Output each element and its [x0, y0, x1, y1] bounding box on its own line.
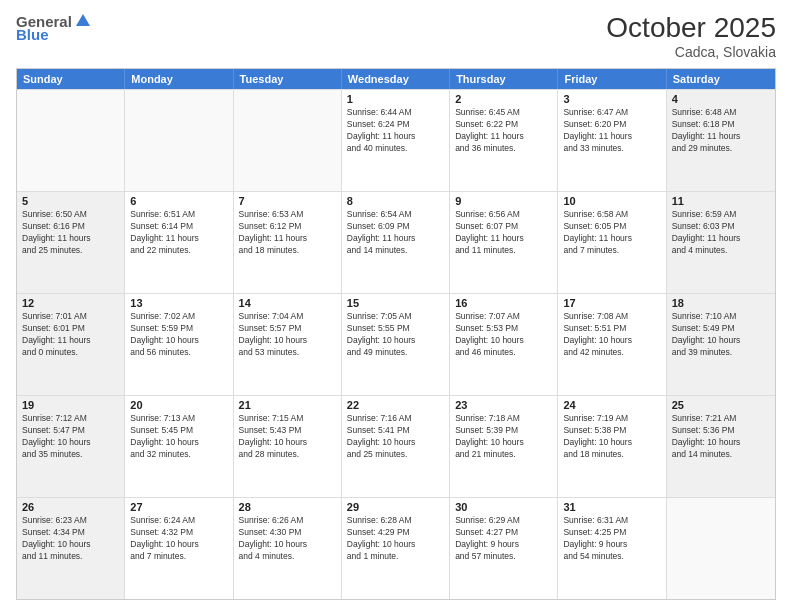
cal-cell-empty-0-0 [17, 90, 125, 191]
cal-row-0: 1Sunrise: 6:44 AM Sunset: 6:24 PM Daylig… [17, 89, 775, 191]
cell-text: Sunrise: 7:01 AM Sunset: 6:01 PM Dayligh… [22, 311, 119, 359]
day-number: 24 [563, 399, 660, 411]
header-day-tuesday: Tuesday [234, 69, 342, 89]
cell-text: Sunrise: 7:04 AM Sunset: 5:57 PM Dayligh… [239, 311, 336, 359]
cal-row-4: 26Sunrise: 6:23 AM Sunset: 4:34 PM Dayli… [17, 497, 775, 599]
cell-text: Sunrise: 7:07 AM Sunset: 5:53 PM Dayligh… [455, 311, 552, 359]
cal-cell-28: 28Sunrise: 6:26 AM Sunset: 4:30 PM Dayli… [234, 498, 342, 599]
calendar-body: 1Sunrise: 6:44 AM Sunset: 6:24 PM Daylig… [17, 89, 775, 599]
cal-cell-23: 23Sunrise: 7:18 AM Sunset: 5:39 PM Dayli… [450, 396, 558, 497]
cell-text: Sunrise: 7:10 AM Sunset: 5:49 PM Dayligh… [672, 311, 770, 359]
header-day-thursday: Thursday [450, 69, 558, 89]
day-number: 11 [672, 195, 770, 207]
cal-cell-empty-0-1 [125, 90, 233, 191]
header-day-friday: Friday [558, 69, 666, 89]
cell-text: Sunrise: 6:48 AM Sunset: 6:18 PM Dayligh… [672, 107, 770, 155]
cal-cell-6: 6Sunrise: 6:51 AM Sunset: 6:14 PM Daylig… [125, 192, 233, 293]
day-number: 6 [130, 195, 227, 207]
day-number: 22 [347, 399, 444, 411]
logo-blue: Blue [16, 26, 49, 43]
cell-text: Sunrise: 6:59 AM Sunset: 6:03 PM Dayligh… [672, 209, 770, 257]
cal-cell-17: 17Sunrise: 7:08 AM Sunset: 5:51 PM Dayli… [558, 294, 666, 395]
cell-text: Sunrise: 6:44 AM Sunset: 6:24 PM Dayligh… [347, 107, 444, 155]
cal-cell-8: 8Sunrise: 6:54 AM Sunset: 6:09 PM Daylig… [342, 192, 450, 293]
header: General Blue October 2025 Cadca, Slovaki… [16, 12, 776, 60]
cal-cell-31: 31Sunrise: 6:31 AM Sunset: 4:25 PM Dayli… [558, 498, 666, 599]
cal-cell-25: 25Sunrise: 7:21 AM Sunset: 5:36 PM Dayli… [667, 396, 775, 497]
cell-text: Sunrise: 6:56 AM Sunset: 6:07 PM Dayligh… [455, 209, 552, 257]
day-number: 28 [239, 501, 336, 513]
day-number: 8 [347, 195, 444, 207]
day-number: 29 [347, 501, 444, 513]
day-number: 23 [455, 399, 552, 411]
cell-text: Sunrise: 6:53 AM Sunset: 6:12 PM Dayligh… [239, 209, 336, 257]
cal-cell-11: 11Sunrise: 6:59 AM Sunset: 6:03 PM Dayli… [667, 192, 775, 293]
cell-text: Sunrise: 6:26 AM Sunset: 4:30 PM Dayligh… [239, 515, 336, 563]
cal-cell-2: 2Sunrise: 6:45 AM Sunset: 6:22 PM Daylig… [450, 90, 558, 191]
cell-text: Sunrise: 6:47 AM Sunset: 6:20 PM Dayligh… [563, 107, 660, 155]
day-number: 31 [563, 501, 660, 513]
cell-text: Sunrise: 7:18 AM Sunset: 5:39 PM Dayligh… [455, 413, 552, 461]
cell-text: Sunrise: 7:13 AM Sunset: 5:45 PM Dayligh… [130, 413, 227, 461]
location: Cadca, Slovakia [606, 44, 776, 60]
cal-cell-10: 10Sunrise: 6:58 AM Sunset: 6:05 PM Dayli… [558, 192, 666, 293]
month-title: October 2025 [606, 12, 776, 44]
cell-text: Sunrise: 6:50 AM Sunset: 6:16 PM Dayligh… [22, 209, 119, 257]
cal-cell-20: 20Sunrise: 7:13 AM Sunset: 5:45 PM Dayli… [125, 396, 233, 497]
cell-text: Sunrise: 7:21 AM Sunset: 5:36 PM Dayligh… [672, 413, 770, 461]
svg-marker-0 [76, 14, 90, 26]
day-number: 9 [455, 195, 552, 207]
day-number: 5 [22, 195, 119, 207]
cal-row-2: 12Sunrise: 7:01 AM Sunset: 6:01 PM Dayli… [17, 293, 775, 395]
cal-cell-30: 30Sunrise: 6:29 AM Sunset: 4:27 PM Dayli… [450, 498, 558, 599]
cal-cell-4: 4Sunrise: 6:48 AM Sunset: 6:18 PM Daylig… [667, 90, 775, 191]
cell-text: Sunrise: 6:23 AM Sunset: 4:34 PM Dayligh… [22, 515, 119, 563]
day-number: 7 [239, 195, 336, 207]
cal-cell-19: 19Sunrise: 7:12 AM Sunset: 5:47 PM Dayli… [17, 396, 125, 497]
cal-cell-15: 15Sunrise: 7:05 AM Sunset: 5:55 PM Dayli… [342, 294, 450, 395]
cal-cell-18: 18Sunrise: 7:10 AM Sunset: 5:49 PM Dayli… [667, 294, 775, 395]
page: General Blue October 2025 Cadca, Slovaki… [0, 0, 792, 612]
cal-row-3: 19Sunrise: 7:12 AM Sunset: 5:47 PM Dayli… [17, 395, 775, 497]
cell-text: Sunrise: 6:58 AM Sunset: 6:05 PM Dayligh… [563, 209, 660, 257]
header-day-sunday: Sunday [17, 69, 125, 89]
cell-text: Sunrise: 7:16 AM Sunset: 5:41 PM Dayligh… [347, 413, 444, 461]
cal-cell-21: 21Sunrise: 7:15 AM Sunset: 5:43 PM Dayli… [234, 396, 342, 497]
cal-cell-14: 14Sunrise: 7:04 AM Sunset: 5:57 PM Dayli… [234, 294, 342, 395]
cal-cell-empty-0-2 [234, 90, 342, 191]
day-number: 1 [347, 93, 444, 105]
cell-text: Sunrise: 6:31 AM Sunset: 4:25 PM Dayligh… [563, 515, 660, 563]
day-number: 20 [130, 399, 227, 411]
day-number: 18 [672, 297, 770, 309]
cal-cell-7: 7Sunrise: 6:53 AM Sunset: 6:12 PM Daylig… [234, 192, 342, 293]
header-day-wednesday: Wednesday [342, 69, 450, 89]
day-number: 14 [239, 297, 336, 309]
header-day-monday: Monday [125, 69, 233, 89]
cell-text: Sunrise: 6:45 AM Sunset: 6:22 PM Dayligh… [455, 107, 552, 155]
cell-text: Sunrise: 6:51 AM Sunset: 6:14 PM Dayligh… [130, 209, 227, 257]
cal-cell-9: 9Sunrise: 6:56 AM Sunset: 6:07 PM Daylig… [450, 192, 558, 293]
cal-cell-empty-4-6 [667, 498, 775, 599]
cell-text: Sunrise: 7:02 AM Sunset: 5:59 PM Dayligh… [130, 311, 227, 359]
logo-icon [74, 12, 92, 30]
cell-text: Sunrise: 6:29 AM Sunset: 4:27 PM Dayligh… [455, 515, 552, 563]
cell-text: Sunrise: 7:15 AM Sunset: 5:43 PM Dayligh… [239, 413, 336, 461]
day-number: 15 [347, 297, 444, 309]
cell-text: Sunrise: 7:05 AM Sunset: 5:55 PM Dayligh… [347, 311, 444, 359]
cal-cell-22: 22Sunrise: 7:16 AM Sunset: 5:41 PM Dayli… [342, 396, 450, 497]
cal-cell-13: 13Sunrise: 7:02 AM Sunset: 5:59 PM Dayli… [125, 294, 233, 395]
day-number: 30 [455, 501, 552, 513]
cell-text: Sunrise: 7:12 AM Sunset: 5:47 PM Dayligh… [22, 413, 119, 461]
logo: General Blue [16, 12, 92, 43]
day-number: 12 [22, 297, 119, 309]
day-number: 17 [563, 297, 660, 309]
day-number: 21 [239, 399, 336, 411]
cell-text: Sunrise: 7:19 AM Sunset: 5:38 PM Dayligh… [563, 413, 660, 461]
day-number: 2 [455, 93, 552, 105]
cell-text: Sunrise: 6:54 AM Sunset: 6:09 PM Dayligh… [347, 209, 444, 257]
day-number: 19 [22, 399, 119, 411]
cal-cell-5: 5Sunrise: 6:50 AM Sunset: 6:16 PM Daylig… [17, 192, 125, 293]
cal-cell-24: 24Sunrise: 7:19 AM Sunset: 5:38 PM Dayli… [558, 396, 666, 497]
cal-cell-3: 3Sunrise: 6:47 AM Sunset: 6:20 PM Daylig… [558, 90, 666, 191]
cell-text: Sunrise: 6:28 AM Sunset: 4:29 PM Dayligh… [347, 515, 444, 563]
